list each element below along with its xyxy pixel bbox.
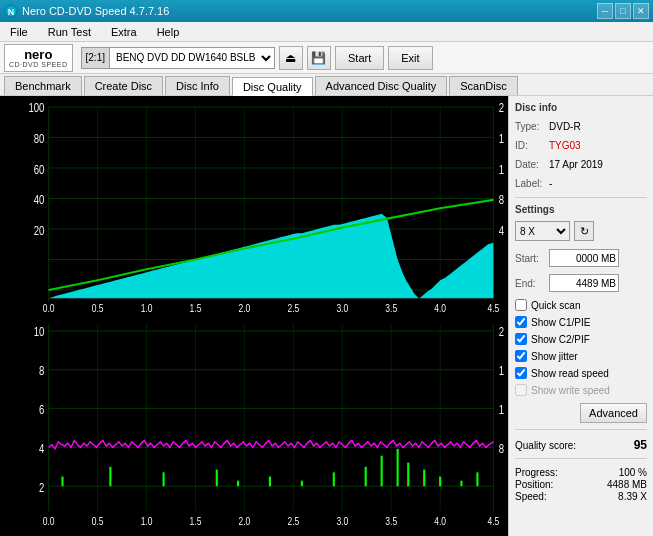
drive-select[interactable]: BENQ DVD DD DW1640 BSLB (110, 48, 274, 68)
show-write-speed-label: Show write speed (531, 385, 610, 396)
svg-text:80: 80 (34, 132, 45, 145)
speed-row: 8 X 4 X 2 X 1 X ↻ (515, 221, 647, 241)
position-label: Position: (515, 479, 553, 490)
tab-create-disc[interactable]: Create Disc (84, 76, 163, 95)
speed-value: 8.39 X (618, 491, 647, 502)
start-button[interactable]: Start (335, 46, 384, 70)
refresh-button[interactable]: ↻ (574, 221, 594, 241)
svg-text:1.5: 1.5 (190, 515, 202, 527)
svg-text:4.5: 4.5 (487, 515, 499, 527)
svg-text:10: 10 (34, 325, 45, 338)
svg-text:0.0: 0.0 (43, 515, 55, 527)
svg-text:8: 8 (39, 364, 44, 377)
disc-type-row: Type: DVD-R (515, 119, 647, 134)
quality-row: Quality score: 95 (515, 438, 647, 452)
tab-scandisc[interactable]: ScanDisc (449, 76, 517, 95)
settings-header: Settings (515, 204, 647, 215)
quality-score-value: 95 (634, 438, 647, 452)
svg-text:20: 20 (499, 101, 504, 114)
end-input[interactable] (549, 274, 619, 292)
svg-text:2.5: 2.5 (287, 515, 299, 527)
menu-file[interactable]: File (4, 24, 34, 40)
svg-rect-41 (4, 317, 504, 532)
quick-scan-row: Quick scan (515, 299, 647, 311)
disc-id-row: ID: TYG03 (515, 138, 647, 153)
svg-text:4: 4 (39, 442, 44, 455)
quick-scan-label: Quick scan (531, 300, 580, 311)
disc-label-row: Label: - (515, 176, 647, 191)
bottom-chart-svg: 10 8 6 4 2 20 15 10 8 0.0 0.5 1.0 1.5 2.… (4, 317, 504, 532)
svg-text:4.5: 4.5 (487, 302, 499, 314)
close-button[interactable]: ✕ (633, 3, 649, 19)
show-write-speed-checkbox (515, 384, 527, 396)
exit-button[interactable]: Exit (388, 46, 432, 70)
svg-text:2.0: 2.0 (239, 302, 251, 314)
tabs: Benchmark Create Disc Disc Info Disc Qua… (0, 74, 653, 96)
show-c1pie-label: Show C1/PIE (531, 317, 590, 328)
svg-text:0.5: 0.5 (92, 302, 104, 314)
show-jitter-checkbox[interactable] (515, 350, 527, 362)
svg-text:4.0: 4.0 (434, 302, 446, 314)
quality-score-label: Quality score: (515, 440, 576, 451)
svg-text:40: 40 (34, 193, 45, 206)
end-label: End: (515, 278, 545, 289)
svg-text:10: 10 (499, 403, 504, 416)
svg-text:2: 2 (39, 481, 44, 494)
app-icon: N (4, 4, 18, 18)
start-input[interactable] (549, 249, 619, 267)
show-jitter-label: Show jitter (531, 351, 578, 362)
toolbar: nero CD·DVD SPEED [2:1] BENQ DVD DD DW16… (0, 42, 653, 74)
speed-select[interactable]: 8 X 4 X 2 X 1 X (515, 221, 570, 241)
svg-text:3.0: 3.0 (336, 302, 348, 314)
disc-type-label: Type: (515, 119, 545, 134)
divider-1 (515, 197, 647, 198)
show-c1pie-row: Show C1/PIE (515, 316, 647, 328)
maximize-button[interactable]: □ (615, 3, 631, 19)
tab-benchmark[interactable]: Benchmark (4, 76, 82, 95)
quick-scan-checkbox[interactable] (515, 299, 527, 311)
right-panel: Disc info Type: DVD-R ID: TYG03 Date: 17… (508, 96, 653, 536)
title-bar: N Nero CD-DVD Speed 4.7.7.16 ─ □ ✕ (0, 0, 653, 22)
menu-run-test[interactable]: Run Test (42, 24, 97, 40)
advanced-button[interactable]: Advanced (580, 403, 647, 423)
nero-logo: nero CD·DVD SPEED (4, 44, 73, 72)
disc-label-label: Label: (515, 176, 545, 191)
svg-text:20: 20 (499, 325, 504, 338)
menu-extra[interactable]: Extra (105, 24, 143, 40)
show-c2pif-label: Show C2/PIF (531, 334, 590, 345)
disc-id-label: ID: (515, 138, 545, 153)
top-chart-svg: 100 80 60 40 20 20 16 12 8 4 0.0 0.5 1.0… (4, 100, 504, 315)
minimize-button[interactable]: ─ (597, 3, 613, 19)
svg-text:1.0: 1.0 (141, 515, 153, 527)
tab-advanced-disc-quality[interactable]: Advanced Disc Quality (315, 76, 448, 95)
svg-text:0.5: 0.5 (92, 515, 104, 527)
svg-text:4.0: 4.0 (434, 515, 446, 527)
svg-text:2.5: 2.5 (287, 302, 299, 314)
position-value: 4488 MB (607, 479, 647, 490)
disc-id-value: TYG03 (549, 138, 581, 153)
svg-text:12: 12 (499, 162, 504, 175)
svg-text:3.5: 3.5 (385, 302, 397, 314)
progress-label: Progress: (515, 467, 558, 478)
svg-text:2.0: 2.0 (239, 515, 251, 527)
title-bar-controls: ─ □ ✕ (597, 3, 649, 19)
speed-row-prog: Speed: 8.39 X (515, 491, 647, 502)
chart-area: 100 80 60 40 20 20 16 12 8 4 0.0 0.5 1.0… (0, 96, 508, 536)
svg-text:N: N (8, 7, 15, 17)
tab-disc-quality[interactable]: Disc Quality (232, 77, 313, 96)
show-c1pie-checkbox[interactable] (515, 316, 527, 328)
progress-row: Progress: 100 % (515, 467, 647, 478)
tab-disc-info[interactable]: Disc Info (165, 76, 230, 95)
eject-button[interactable]: ⏏ (279, 46, 303, 70)
show-c2pif-checkbox[interactable] (515, 333, 527, 345)
show-read-speed-checkbox[interactable] (515, 367, 527, 379)
svg-text:16: 16 (499, 132, 504, 145)
show-read-speed-row: Show read speed (515, 367, 647, 379)
svg-text:3.0: 3.0 (336, 515, 348, 527)
title-bar-left: N Nero CD-DVD Speed 4.7.7.16 (4, 4, 169, 18)
menu-help[interactable]: Help (151, 24, 186, 40)
svg-text:3.5: 3.5 (385, 515, 397, 527)
svg-text:4: 4 (499, 223, 504, 236)
svg-text:100: 100 (28, 101, 44, 114)
save-button[interactable]: 💾 (307, 46, 331, 70)
